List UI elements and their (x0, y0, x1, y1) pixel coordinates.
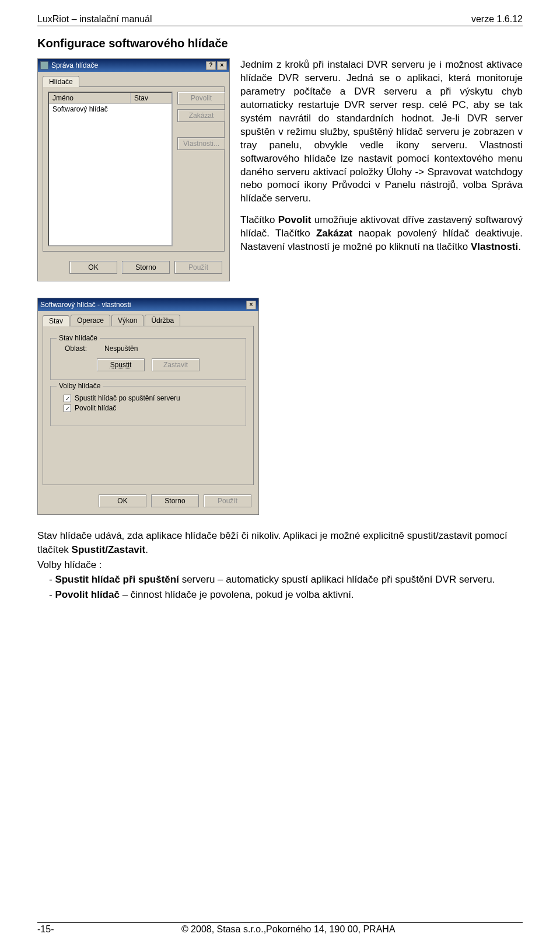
checkbox-icon[interactable]: ✓ (64, 405, 71, 412)
footer-page: -15- (37, 924, 54, 935)
fieldset-stav-hlidace: Stav hlídače Oblast: Nespuštěn Spustit Z… (50, 338, 246, 380)
fieldset-legend: Stav hlídače (57, 334, 100, 342)
list-item[interactable]: Softwarový hlídač (49, 104, 172, 114)
dialog-buttons: OK Storno Použít (38, 490, 258, 514)
pouzit-button[interactable]: Použít (174, 261, 222, 274)
header-right: verze 1.6.12 (471, 14, 523, 25)
tab-udrzba[interactable]: Údržba (145, 315, 180, 326)
checkbox-spustit-po-spusteni[interactable]: ✓ Spustit hlídač po spuštění serveru (57, 394, 240, 402)
pouzit-button[interactable]: Použít (204, 494, 251, 507)
povolit-button[interactable]: Povolit (177, 92, 225, 104)
footer-copyright: © 2008, Stasa s.r.o.,Pokorného 14, 190 0… (181, 924, 396, 935)
dialog-title: Správa hlídače (51, 61, 98, 69)
ok-button[interactable]: OK (99, 494, 146, 507)
paragraph: Jedním z kroků při instalaci DVR serveru… (240, 58, 523, 205)
col-stav[interactable]: Stav (131, 93, 172, 103)
dialog-title: Softwarový hlídač - vlastnosti (40, 301, 131, 309)
storno-button[interactable]: Storno (151, 494, 199, 507)
paragraph: Tlačítko Povolit umožňuje aktivovat dřív… (240, 214, 523, 254)
button-column: Povolit Zakázat Vlastnosti... (177, 92, 225, 246)
listbox-hlidace[interactable]: Jméno Stav Softwarový hlídač (48, 92, 173, 246)
zakazat-button[interactable]: Zakázat (177, 109, 225, 122)
fieldset-volby-hlidace: Volby hlídače ✓ Spustit hlídač po spuště… (50, 386, 246, 426)
storno-button[interactable]: Storno (122, 261, 170, 274)
close-icon[interactable]: × (217, 61, 227, 70)
spustit-button[interactable]: Spustit (97, 358, 145, 371)
section-title: Konfigurace softwarového hlídače (37, 37, 523, 50)
dialog-vlastnosti-hlidace: Softwarový hlídač - vlastnosti × Stav Op… (37, 298, 259, 515)
vlastnosti-button[interactable]: Vlastnosti... (177, 137, 225, 150)
value-oblast: Nespuštěn (104, 344, 138, 353)
checkbox-povolit-hlidac[interactable]: ✓ Povolit hlídač (57, 404, 240, 412)
dialog-sprava-hlidace: Správa hlídače ? × Hlídače Jméno Stav (37, 58, 230, 281)
tab-body: Jméno Stav Softwarový hlídač Povolit Zak… (43, 86, 225, 252)
app-icon (40, 61, 48, 69)
tab-body: Stav hlídače Oblast: Nespuštěn Spustit Z… (43, 326, 254, 485)
titlebar[interactable]: Správa hlídače ? × (38, 59, 229, 72)
help-button[interactable]: ? (206, 61, 216, 70)
checkbox-label: Povolit hlídač (75, 404, 116, 412)
header-left: LuxRiot – instalační manuál (37, 14, 152, 25)
titlebar[interactable]: Softwarový hlídač - vlastnosti × (38, 298, 258, 311)
tabstrip: Hlídače (38, 72, 229, 86)
dialog-buttons: OK Storno Použít (38, 256, 229, 281)
paragraph: Stav hlídače udává, zda aplikace hlídače… (37, 529, 523, 557)
doc-footer: -15- © 2008, Stasa s.r.o.,Pokorného 14, … (37, 922, 523, 935)
tab-stav[interactable]: Stav (43, 315, 69, 326)
zastavit-button[interactable]: Zastavit (152, 358, 200, 371)
tab-vykon[interactable]: Výkon (111, 315, 144, 326)
list-item: - Spustit hlídač při spuštění serveru – … (37, 573, 523, 587)
checkbox-label: Spustit hlídač po spuštění serveru (75, 394, 180, 402)
doc-header: LuxRiot – instalační manuál verze 1.6.12 (37, 14, 523, 26)
ok-button[interactable]: OK (69, 261, 117, 274)
body-text-top: Jedním z kroků při instalaci DVR serveru… (240, 58, 523, 281)
close-icon[interactable]: × (246, 301, 256, 309)
paragraph: Volby hlídače : (37, 558, 523, 572)
col-jmeno[interactable]: Jméno (49, 93, 131, 103)
tabstrip: Stav Operace Výkon Údržba (38, 311, 258, 326)
body-text-bottom: Stav hlídače udává, zda aplikace hlídače… (37, 529, 523, 602)
tab-operace[interactable]: Operace (71, 315, 110, 326)
label-oblast: Oblast: (65, 344, 87, 353)
list-item: - Povolit hlídač – činnost hlídače je po… (37, 588, 523, 602)
fieldset-legend: Volby hlídače (57, 382, 103, 390)
checkbox-icon[interactable]: ✓ (64, 395, 71, 402)
tab-hlidace[interactable]: Hlídače (43, 76, 79, 87)
list-header: Jméno Stav (49, 93, 172, 104)
